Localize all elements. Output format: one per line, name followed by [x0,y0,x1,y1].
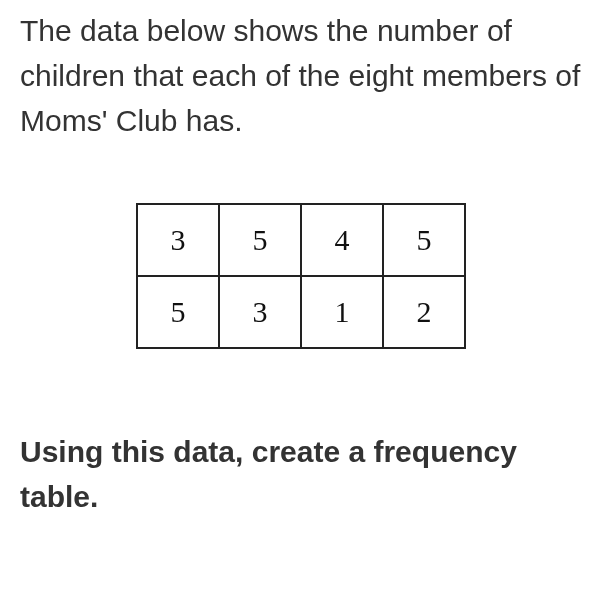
data-cell: 3 [219,276,301,348]
task-prompt: Using this data, create a frequency tabl… [20,429,582,519]
data-cell: 4 [301,204,383,276]
intro-paragraph: The data below shows the number of child… [20,8,582,143]
data-grid-container: 3 5 4 5 5 3 1 2 [20,203,582,349]
data-cell: 2 [383,276,465,348]
data-cell: 3 [137,204,219,276]
data-cell: 5 [383,204,465,276]
table-row: 5 3 1 2 [137,276,465,348]
data-cell: 5 [137,276,219,348]
table-row: 3 5 4 5 [137,204,465,276]
data-cell: 5 [219,204,301,276]
problem-page: The data below shows the number of child… [0,0,602,519]
data-cell: 1 [301,276,383,348]
data-grid: 3 5 4 5 5 3 1 2 [136,203,466,349]
